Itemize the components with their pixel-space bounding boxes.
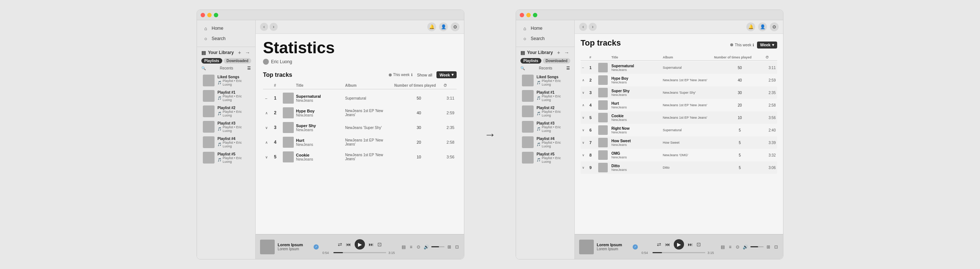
next-button-left[interactable]: ⏭ [369,242,374,247]
back-button-right[interactable]: ‹ [579,23,587,31]
list-item[interactable]: Playlist #5 🎵 Playlist • Eric Luong [520,150,570,165]
settings-button-right[interactable]: ⊙ [770,22,779,31]
list-item[interactable]: Playlist #4 🎵 Playlist • Eric Luong [520,134,570,150]
table-row[interactable]: ∨ 5 Cookie NewJeans NewJeans 1st EP 'New… [263,150,457,164]
playlist-thumb [522,152,534,163]
list-item[interactable]: Playlist #1 🎵 Playlist • Eric Luong [520,88,570,104]
table-row[interactable]: ∨ 7 How Sweet NewJeans How Sweet 5 3:39 [581,136,777,149]
progress-fill-left [333,252,343,253]
prev-button-left[interactable]: ⏮ [346,242,351,247]
lyrics-button-right[interactable]: ≡ [728,243,733,251]
list-item[interactable]: Playlist #3 🎵 Playlist • Eric Luong [520,119,570,134]
add-library-button-left[interactable]: + [236,49,243,56]
volume-bar-right[interactable] [750,246,764,247]
filter-playlists-left[interactable]: Playlists [201,58,222,64]
table-row[interactable]: ∨ 5 Cookie NewJeans NewJeans 1st EP 'New… [581,111,777,124]
profile-button-left[interactable]: 👤 [439,22,448,31]
table-row[interactable]: ∨ 3 Super Shy NewJeans NewJeans 'Super S… [263,120,457,135]
table-row[interactable]: ∧ 4 Hurt NewJeans NewJeans 1st EP 'New J… [581,99,777,111]
list-item[interactable]: Liked Songs 🎵 Playlist • Eric Luong [201,73,251,88]
fullscreen-button-right[interactable]: ⊞ [766,243,771,251]
expand-library-button-right[interactable]: → [563,49,570,56]
filter-downloaded-left[interactable]: Downloaded [224,58,251,64]
play-button-right[interactable]: ▶ [674,239,684,250]
week-dropdown-left[interactable]: Week ▾ [436,71,457,78]
playlist-thumb [203,106,215,117]
back-button-left[interactable]: ‹ [260,23,268,31]
title-bar-right [516,10,783,20]
play-button-left[interactable]: ▶ [355,239,365,250]
queue-button-left[interactable]: ▤ [401,243,406,251]
trend-indicator: ∨ [582,116,589,119]
next-button-right[interactable]: ⏭ [688,242,693,247]
show-all-button-left[interactable]: Show all [417,73,433,77]
filter-tags-left: Playlists Downloaded [201,58,251,64]
list-item[interactable]: Playlist #2 🎵 Playlist • Eric Luong [201,104,251,119]
maximize-button-right[interactable] [533,13,537,17]
close-button[interactable] [200,13,205,17]
add-library-button-right[interactable]: + [555,49,562,56]
minimize-button-right[interactable] [526,13,531,17]
forward-button-right[interactable]: › [589,23,597,31]
cast-button-right[interactable]: ⊙ [735,243,740,251]
table-row[interactable]: ∧ 4 Hurt NewJeans NewJeans 1st EP 'New J… [263,135,457,150]
list-item[interactable]: Playlist #5 🎵 Playlist • Eric Luong [201,150,251,165]
playlist-meta: 🎵 Playlist • Eric Luong [536,141,568,148]
volume-button-left[interactable]: 🔊 [424,243,429,251]
notifications-button-right[interactable]: 🔔 [746,22,755,31]
table-row[interactable]: – 1 Supernatural NewJeans Supernatural 5… [263,91,457,106]
table-row[interactable]: ∧ 2 Hype Boy NewJeans NewJeans 1st EP 'N… [263,106,457,120]
close-button-right[interactable] [520,13,524,17]
volume-bar-left[interactable] [431,246,444,247]
minimize-button[interactable] [207,13,212,17]
settings-button-left[interactable]: ⊙ [451,22,460,31]
maximize-button[interactable] [214,13,218,17]
shuffle-button-right[interactable]: ⇄ [657,242,661,247]
repeat-button-left[interactable]: ⊡ [377,242,382,247]
notifications-button-left[interactable]: 🔔 [427,22,436,31]
fullscreen-button-left[interactable]: ⊞ [447,243,452,251]
pip-button-left[interactable]: ⊡ [454,243,460,251]
expand-library-button-left[interactable]: → [244,49,251,56]
playlist-thumb [203,75,215,86]
table-row[interactable]: ∧ 2 Hype Boy NewJeans NewJeans 1st EP 'N… [581,74,777,86]
forward-button-left[interactable]: › [270,23,278,31]
filter-playlists-right[interactable]: Playlists [520,58,541,64]
track-duration: 3:56 [444,155,454,159]
table-row[interactable]: ∨ 6 Right Now NewJeans Supernatural 5 2:… [581,124,777,136]
filter-downloaded-right[interactable]: Downloaded [543,58,570,64]
queue-button-right[interactable]: ▤ [720,243,725,251]
table-row[interactable]: ∨ 8 OMG NewJeans NewJeans 'OMG' 5 3:32 [581,149,777,161]
repeat-button-right[interactable]: ⊡ [697,242,701,247]
sidebar-item-search-right[interactable]: ○ Search [520,34,570,44]
track-duration: 2:58 [444,140,454,144]
lyrics-button-left[interactable]: ≡ [409,243,414,251]
top-tracks-section-left: Top tracks This week ℹ Show all Week ▾ [263,71,457,164]
table-row[interactable]: ∨ 9 Ditto NewJeans Ditto 5 3:06 [581,161,777,174]
sidebar-item-home-right[interactable]: ⌂ Home [520,23,570,34]
list-item[interactable]: Liked Songs 🎵 Playlist • Eric Luong [520,73,570,88]
playlist-name: Liked Songs [218,75,250,79]
list-item[interactable]: Playlist #3 🎵 Playlist • Eric Luong [201,119,251,134]
progress-bar-left[interactable] [333,252,386,253]
list-item[interactable]: Playlist #2 🎵 Playlist • Eric Luong [520,104,570,119]
search-icon-left: ○ [203,36,209,42]
main-scroll-right: Top tracks This week ℹ Week ▾ [575,34,783,234]
playlist-name: Playlist #2 [218,106,250,110]
table-row[interactable]: ∨ 3 Super Shy NewJeans NewJeans 'Super S… [581,86,777,99]
sidebar-item-home-left[interactable]: ⌂ Home [201,23,251,34]
cast-button-left[interactable]: ⊙ [416,243,422,251]
shuffle-button-left[interactable]: ⇄ [338,242,342,247]
list-item[interactable]: Playlist #4 🎵 Playlist • Eric Luong [201,134,251,150]
progress-bar-right[interactable] [652,252,705,253]
playlist-name: Playlist #4 [218,137,250,141]
list-item[interactable]: Playlist #1 🎵 Playlist • Eric Luong [201,88,251,104]
artist-avatar-left [263,59,269,65]
volume-button-right[interactable]: 🔊 [743,243,748,251]
table-row[interactable]: – 1 Supernatural NewJeans Supernatural 5… [581,61,777,74]
week-dropdown-right[interactable]: Week ▾ [757,42,777,48]
sidebar-item-search-left[interactable]: ○ Search [201,34,251,44]
prev-button-right[interactable]: ⏮ [665,242,670,247]
pip-button-right[interactable]: ⊡ [773,243,779,251]
profile-button-right[interactable]: 👤 [758,22,767,31]
